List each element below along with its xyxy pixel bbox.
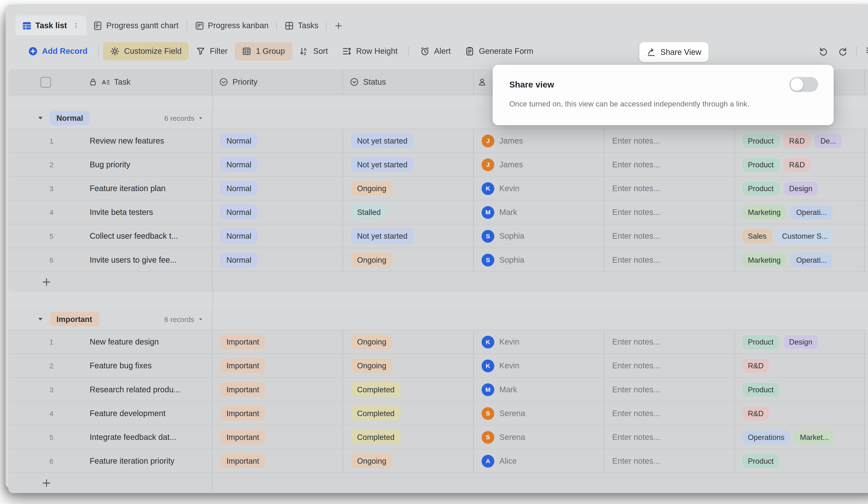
cell-status[interactable]: Ongoing (343, 330, 474, 353)
group-records-count[interactable]: 6 records (164, 315, 203, 323)
cell-priority[interactable]: Important (213, 378, 343, 401)
toolbar-alert-button[interactable]: Alert (413, 42, 458, 60)
cell-assignee[interactable]: SSerena (474, 425, 604, 448)
cell-tags[interactable]: SalesCustomer S... (735, 224, 865, 248)
cell-task[interactable]: 5Integrate feedback dat... (8, 425, 213, 448)
cell-priority[interactable]: Normal (213, 224, 343, 248)
cell-notes[interactable]: Enter notes... (604, 354, 735, 377)
cell-assignee[interactable]: MMark (474, 378, 604, 401)
toolbar-generate-form-button[interactable]: Generate Form (458, 42, 540, 60)
tab-progress-gantt-chart[interactable]: Progress gantt chart (86, 16, 185, 36)
cell-assignee[interactable]: JJames (474, 129, 604, 152)
cell-task[interactable]: 2Feature bug fixes (8, 354, 213, 377)
column-header-status[interactable]: Status (343, 69, 474, 95)
cell-assignee[interactable]: SSophia (474, 248, 604, 271)
cell-task[interactable]: 3Research related produ... (8, 378, 213, 401)
cell-assignee[interactable]: SSerena (474, 402, 604, 425)
cell-notes[interactable]: Enter notes... (604, 153, 735, 176)
cell-task[interactable]: 6Invite users to give fee... (8, 248, 213, 271)
cell-tags[interactable]: MarketingOperati... (735, 248, 865, 271)
add-record-row[interactable] (8, 272, 868, 292)
cell-tags[interactable]: ProductR&D (735, 153, 865, 176)
cell-priority[interactable]: Important (213, 425, 343, 448)
cell-status[interactable]: Not yet started (343, 129, 474, 152)
cell-tags[interactable]: R&D (735, 402, 865, 425)
toolbar-filter-button[interactable]: Filter (189, 42, 235, 60)
cell-priority[interactable]: Normal (213, 248, 343, 271)
cell-priority[interactable]: Normal (213, 201, 343, 224)
cell-status[interactable]: Completed (343, 378, 474, 401)
cell-assignee[interactable]: MMark (474, 201, 604, 224)
cell-priority[interactable]: Important (213, 354, 343, 377)
cell-task[interactable]: 4Invite beta testers (8, 201, 213, 224)
cell-priority[interactable]: Normal (213, 129, 343, 152)
cell-tags[interactable]: ProductDesign (735, 177, 865, 200)
cell-notes[interactable]: Enter notes... (604, 129, 735, 152)
cell-status[interactable]: Ongoing (343, 450, 474, 473)
cell-notes[interactable]: Enter notes... (604, 224, 735, 248)
cell-priority[interactable]: Normal (213, 153, 343, 176)
group-records-count[interactable]: 6 records (164, 114, 203, 122)
cell-priority[interactable]: Important (213, 450, 343, 473)
add-record-row[interactable] (8, 473, 868, 493)
cell-assignee[interactable]: AAlice (474, 450, 604, 473)
tab-more-menu-icon[interactable] (73, 21, 80, 30)
add-record-plus-icon[interactable] (41, 478, 51, 488)
cell-assignee[interactable]: KKevin (474, 330, 604, 353)
column-header-priority[interactable]: Priority (213, 69, 343, 95)
cell-task[interactable]: 2Bug priority (8, 153, 213, 176)
cell-status[interactable]: Not yet started (343, 224, 474, 248)
cell-task[interactable]: 5Collect user feedback t... (8, 224, 213, 248)
cell-assignee[interactable]: KKevin (474, 354, 604, 377)
cell-task[interactable]: 6Feature iteration priority (8, 450, 213, 473)
cell-tags[interactable]: R&D (735, 354, 865, 377)
cell-notes[interactable]: Enter notes... (604, 425, 735, 448)
add-record-cell[interactable] (8, 272, 213, 292)
toolbar-row-height-button[interactable]: Row Height (335, 42, 405, 60)
collapse-group-button[interactable] (37, 115, 44, 121)
column-header-task[interactable]: ATask (8, 69, 213, 95)
toolbar-search-records-button[interactable] (861, 42, 868, 60)
cell-tags[interactable]: OperationsMarket... (735, 425, 865, 448)
cell-priority[interactable]: Important (213, 330, 343, 353)
toolbar-add-record-button[interactable]: Add Record (21, 42, 95, 60)
cell-assignee[interactable]: SSophia (474, 224, 604, 248)
cell-assignee[interactable]: JJames (474, 153, 604, 176)
cell-assignee[interactable]: KKevin (474, 177, 604, 200)
cell-task[interactable]: 1Review new features (8, 129, 213, 152)
cell-notes[interactable]: Enter notes... (604, 177, 735, 200)
tab-task-list[interactable]: Task list (16, 16, 86, 36)
add-record-plus-icon[interactable] (41, 277, 51, 287)
toolbar-customize-field-button[interactable]: Customize Field (103, 42, 189, 60)
cell-notes[interactable]: Enter notes... (604, 248, 735, 271)
collapse-group-button[interactable] (37, 316, 44, 322)
toolbar-sort-button[interactable]: AZSort (292, 42, 335, 60)
cell-notes[interactable]: Enter notes... (604, 450, 735, 473)
cell-tags[interactable]: ProductDesign (735, 330, 865, 353)
tab-progress-kanban[interactable]: Progress kanban (188, 16, 275, 36)
cell-status[interactable]: Ongoing (343, 354, 474, 377)
cell-notes[interactable]: Enter notes... (604, 201, 735, 224)
tab-tasks[interactable]: Tasks (278, 16, 325, 36)
cell-tags[interactable]: ProductR&DDe... (735, 129, 865, 152)
cell-tags[interactable]: MarketingOperati... (735, 201, 865, 224)
cell-task[interactable]: 1New feature design (8, 330, 213, 353)
cell-status[interactable]: Stalled (343, 201, 474, 224)
cell-notes[interactable]: Enter notes... (604, 330, 735, 353)
cell-priority[interactable]: Important (213, 402, 343, 425)
share-toggle[interactable] (789, 77, 818, 92)
add-view-button[interactable] (328, 16, 349, 36)
toolbar-share-view-button[interactable]: Share View (639, 42, 709, 62)
toolbar-redo-button[interactable] (833, 42, 852, 60)
cell-notes[interactable]: Enter notes... (604, 402, 735, 425)
cell-status[interactable]: Completed (343, 425, 474, 448)
cell-task[interactable]: 3Feature iteration plan (8, 177, 213, 200)
cell-tags[interactable]: Product (735, 450, 865, 473)
toolbar-undo-button[interactable] (814, 42, 833, 60)
cell-task[interactable]: 4Feature development (8, 402, 213, 425)
cell-status[interactable]: Ongoing (343, 248, 474, 271)
cell-status[interactable]: Not yet started (343, 153, 474, 176)
cell-status[interactable]: Ongoing (343, 177, 474, 200)
cell-notes[interactable]: Enter notes... (604, 378, 735, 401)
toolbar-group-button[interactable]: 1 Group (235, 42, 292, 60)
